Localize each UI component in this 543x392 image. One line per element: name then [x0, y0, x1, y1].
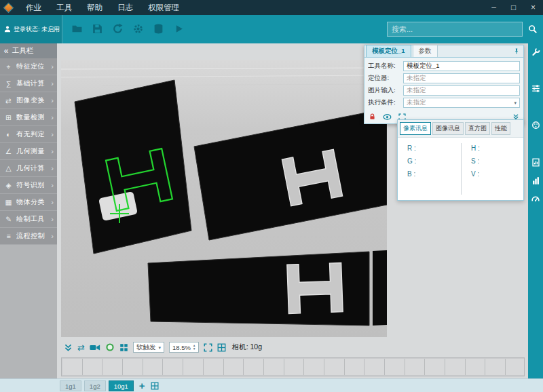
folder-icon[interactable] [71, 22, 83, 35]
field-input[interactable]: 模板定位_1 [403, 61, 520, 71]
close-button[interactable]: × [523, 0, 543, 15]
menu-item-0[interactable]: 作业 [18, 0, 49, 15]
filmstrip-cell[interactable] [62, 359, 83, 375]
eye-icon[interactable] [383, 113, 392, 121]
info-panel-tabs: 像素讯息图像讯息直方图性能 [398, 120, 523, 138]
bar-chart-icon[interactable] [531, 176, 540, 185]
chevron-right-icon: › [51, 147, 54, 155]
camera-icon[interactable] [90, 343, 100, 352]
sidebar-item-2[interactable]: ⇄图像变换› [0, 92, 57, 109]
menu-item-1[interactable]: 工具 [49, 0, 79, 15]
info-tab-0[interactable]: 像素讯息 [400, 122, 431, 135]
sidebar-item-4[interactable]: ◐有无判定› [0, 126, 57, 143]
sidebar-item-5[interactable]: ∠几何测量› [0, 143, 57, 160]
chevron-right-icon: › [51, 113, 54, 121]
zoom-level-stepper[interactable]: 18.5% ▴▾ [169, 342, 199, 353]
search-input[interactable] [392, 25, 518, 33]
trigger-mode-select[interactable]: 软触发 ▾ [133, 342, 164, 353]
filmstrip-cell[interactable] [183, 359, 204, 375]
add-page-button[interactable]: + [139, 380, 145, 391]
wrench-icon[interactable] [531, 47, 540, 56]
sidebar-list: ⌖特征定位›∑基础计算›⇄图像变换›⊞数量检测›◐有无判定›∠几何测量›△几何计… [0, 58, 57, 245]
filmstrip-cell[interactable] [445, 359, 466, 375]
search-icon[interactable] [527, 23, 539, 35]
filmstrip[interactable] [61, 357, 525, 376]
redo-icon[interactable] [111, 22, 124, 35]
maximize-button[interactable]: □ [504, 0, 523, 15]
divider [461, 143, 462, 195]
sidebar-item-9[interactable]: ✎绘制工具› [0, 211, 57, 228]
pin-icon[interactable] [513, 47, 520, 55]
sidebar-item-7[interactable]: ◈符号识别› [0, 177, 57, 194]
caret-down-icon: ▾ [158, 345, 161, 350]
play-icon[interactable] [172, 22, 185, 35]
record-icon[interactable] [105, 342, 115, 352]
filmstrip-cell[interactable] [123, 359, 143, 375]
filmstrip-cell[interactable] [204, 359, 224, 375]
collapse-sidebar-icon[interactable]: « [0, 46, 12, 56]
filmstrip-cell[interactable] [143, 359, 164, 375]
spinner-icon[interactable]: ▴▾ [193, 344, 195, 351]
filmstrip-cell[interactable] [485, 359, 506, 375]
field-select[interactable]: 未指定▾ [403, 98, 520, 108]
field-select[interactable]: 未指定 [403, 85, 520, 96]
filmstrip-cell[interactable] [284, 359, 305, 375]
info-tab-1[interactable]: 图像讯息 [432, 122, 464, 135]
filmstrip-cell[interactable] [364, 359, 385, 375]
camera-image[interactable] [61, 60, 387, 337]
filmstrip-cell[interactable] [345, 359, 365, 375]
report-icon[interactable] [531, 158, 540, 167]
filmstrip-cell[interactable] [83, 359, 103, 375]
menu-item-3[interactable]: 日志 [110, 0, 141, 15]
filmstrip-cell[interactable] [224, 359, 244, 375]
gauge-icon[interactable] [531, 195, 540, 203]
pixel-value-label: R : [407, 144, 416, 152]
sidebar-item-label: 绘制工具 [16, 214, 51, 224]
filmstrip-cell[interactable] [405, 359, 426, 375]
field-value: 未指定 [407, 74, 517, 83]
sidebar-item-3[interactable]: ⊞数量检测› [0, 109, 57, 126]
sidebar-title: 工具栏 [12, 46, 34, 56]
info-tab-2[interactable]: 直方图 [465, 122, 490, 135]
sliders-icon[interactable] [531, 84, 540, 93]
menu-item-2[interactable]: 帮助 [79, 0, 110, 15]
page-tab-1g1[interactable]: 1g1 [60, 380, 81, 391]
page-tab-1g2[interactable]: 1g2 [84, 380, 106, 391]
filmstrip-cell[interactable] [244, 359, 264, 375]
palette-icon[interactable] [531, 121, 540, 130]
minimize-button[interactable]: – [484, 0, 504, 15]
sidebar-item-8[interactable]: ▦物体分类› [0, 194, 57, 211]
info-tab-3[interactable]: 性能 [491, 122, 510, 135]
filmstrip-cell[interactable] [324, 359, 345, 375]
grid-view-icon[interactable] [119, 343, 128, 352]
swap-icon[interactable]: ⇄ [77, 343, 85, 352]
tool-panel-tab-1[interactable]: 参数 [413, 45, 438, 57]
page-layout-icon[interactable] [151, 382, 159, 390]
sidebar-item-label: 符号识别 [16, 180, 51, 190]
filmstrip-cell[interactable] [466, 359, 486, 375]
lock-icon[interactable] [369, 113, 376, 121]
save-icon[interactable] [91, 22, 104, 35]
sidebar-item-6[interactable]: △几何计算› [0, 160, 57, 177]
filmstrip-cell[interactable] [385, 359, 405, 375]
tool-panel-fields: 工具名称:模板定位_1定位器:未指定图片输入:未指定执行条件:未指定▾ [364, 58, 523, 111]
page-tab-10g1[interactable]: 10g1 [109, 380, 134, 391]
field-select[interactable]: 未指定 [403, 73, 520, 83]
tool-panel-tab-0[interactable]: 模板定位_1 [366, 45, 411, 57]
filmstrip-cell[interactable] [304, 359, 324, 375]
database-icon[interactable] [152, 22, 165, 35]
gear-icon[interactable] [132, 22, 145, 35]
sidebar-item-1[interactable]: ∑基础计算› [0, 75, 57, 92]
search-box[interactable] [387, 22, 523, 37]
sidebar-item-10[interactable]: ≡流程控制› [0, 228, 57, 245]
sidebar-item-0[interactable]: ⌖特征定位› [0, 58, 57, 75]
layout-grid-icon[interactable] [217, 343, 226, 352]
filmstrip-cell[interactable] [163, 359, 183, 375]
filmstrip-cell[interactable] [264, 359, 284, 375]
filmstrip-cell[interactable] [102, 359, 123, 375]
fit-screen-icon[interactable] [204, 343, 212, 352]
filmstrip-cell[interactable] [506, 359, 525, 375]
filmstrip-cell[interactable] [425, 359, 445, 375]
collapse-toolbar-icon[interactable] [64, 343, 73, 352]
menu-item-4[interactable]: 权限管理 [141, 0, 187, 15]
